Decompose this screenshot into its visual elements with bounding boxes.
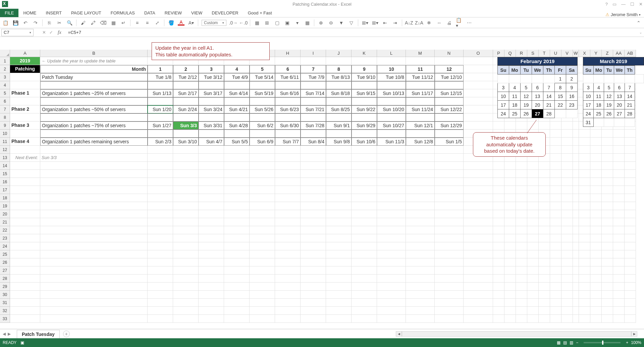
cell[interactable] xyxy=(275,186,301,194)
cell[interactable] xyxy=(275,299,301,307)
cell[interactable] xyxy=(527,194,539,202)
cell[interactable] xyxy=(464,65,493,73)
cell[interactable] xyxy=(625,250,636,258)
cell[interactable] xyxy=(10,266,40,275)
cell[interactable] xyxy=(301,242,326,250)
row-header-28[interactable]: 28 xyxy=(0,275,10,283)
tab-file[interactable]: FILE xyxy=(0,9,18,17)
cell[interactable] xyxy=(301,258,326,266)
cell[interactable] xyxy=(625,178,636,186)
cell[interactable]: Sun 1/27 xyxy=(148,121,173,130)
cell[interactable] xyxy=(406,258,435,266)
cell[interactable] xyxy=(301,170,326,178)
cell[interactable] xyxy=(435,170,464,178)
cell[interactable] xyxy=(199,210,224,218)
cell[interactable] xyxy=(326,307,352,315)
cell[interactable] xyxy=(10,307,40,315)
cell[interactable] xyxy=(406,291,435,299)
cell[interactable] xyxy=(493,234,504,242)
cell[interactable] xyxy=(435,146,464,154)
cell[interactable] xyxy=(352,81,377,89)
undo-icon[interactable]: ↶ xyxy=(22,19,29,26)
cell[interactable] xyxy=(250,266,275,275)
cell[interactable] xyxy=(326,194,352,202)
cell[interactable] xyxy=(625,194,636,202)
row-header-14[interactable]: 14 xyxy=(0,162,10,170)
cell[interactable] xyxy=(224,275,250,283)
cell[interactable] xyxy=(527,250,539,258)
cell[interactable] xyxy=(435,81,464,89)
border-outside-icon[interactable]: ▣ xyxy=(284,19,290,26)
cell[interactable] xyxy=(561,258,573,266)
cell[interactable] xyxy=(561,210,573,218)
cell[interactable] xyxy=(464,97,493,105)
cell[interactable] xyxy=(435,299,464,307)
cell[interactable] xyxy=(224,97,250,105)
cell[interactable] xyxy=(435,226,464,234)
cell[interactable] xyxy=(464,299,493,307)
cell[interactable] xyxy=(40,307,148,315)
cell[interactable]: ← Update the year to update the table xyxy=(40,57,148,65)
cell[interactable] xyxy=(406,210,435,218)
cell[interactable] xyxy=(527,307,539,315)
cell[interactable] xyxy=(613,250,625,258)
cell[interactable]: Tue 3/12 xyxy=(199,73,224,81)
eraser-icon[interactable]: ⌫ xyxy=(100,19,107,26)
cell[interactable] xyxy=(590,275,602,283)
cell[interactable] xyxy=(250,113,275,121)
cell[interactable] xyxy=(579,130,590,138)
cell[interactable] xyxy=(326,291,352,299)
cell[interactable] xyxy=(435,283,464,291)
cell[interactable] xyxy=(40,178,148,186)
cell[interactable]: Patching xyxy=(10,65,40,73)
cell[interactable] xyxy=(516,258,527,266)
cell[interactable] xyxy=(579,162,590,170)
cell[interactable] xyxy=(326,97,352,105)
cell[interactable] xyxy=(326,218,352,226)
cell[interactable] xyxy=(493,250,504,258)
cell[interactable] xyxy=(40,170,148,178)
cell[interactable] xyxy=(561,291,573,299)
cell[interactable]: Sun 9/15 xyxy=(352,89,377,97)
border-none-icon[interactable]: ▢ xyxy=(274,19,280,26)
tab-page-layout[interactable]: PAGE LAYOUT xyxy=(66,9,106,17)
cell[interactable] xyxy=(406,299,435,307)
cell[interactable]: 6 xyxy=(275,65,301,73)
cell[interactable] xyxy=(377,154,406,162)
cell[interactable] xyxy=(301,81,326,89)
cell[interactable] xyxy=(550,138,561,146)
cell[interactable] xyxy=(625,138,636,146)
cell[interactable] xyxy=(464,178,493,186)
cell[interactable] xyxy=(224,266,250,275)
cell[interactable] xyxy=(301,186,326,194)
cell[interactable] xyxy=(590,194,602,202)
row-header-8[interactable]: 8 xyxy=(0,113,10,121)
cell[interactable] xyxy=(590,170,602,178)
cell[interactable] xyxy=(613,283,625,291)
cell[interactable] xyxy=(173,291,199,299)
cell[interactable] xyxy=(613,218,625,226)
cell[interactable] xyxy=(561,202,573,210)
cell[interactable] xyxy=(326,81,352,89)
cell[interactable] xyxy=(561,186,573,194)
enter-formula-icon[interactable]: ✓ xyxy=(49,30,53,35)
cell[interactable] xyxy=(173,226,199,234)
cell[interactable] xyxy=(602,154,613,162)
cell[interactable] xyxy=(435,162,464,170)
close-icon[interactable]: ✕ xyxy=(639,2,643,7)
cell[interactable] xyxy=(148,266,173,275)
cell[interactable] xyxy=(504,210,516,218)
cell[interactable] xyxy=(464,315,493,323)
cell[interactable] xyxy=(406,226,435,234)
cell[interactable] xyxy=(613,178,625,186)
cell[interactable] xyxy=(148,113,173,121)
cell[interactable] xyxy=(613,234,625,242)
cell[interactable] xyxy=(504,250,516,258)
cell[interactable] xyxy=(40,299,148,307)
font-color-icon[interactable]: A xyxy=(178,20,184,26)
cell[interactable] xyxy=(406,275,435,283)
cell[interactable] xyxy=(173,186,199,194)
row-header-29[interactable]: 29 xyxy=(0,283,10,291)
cell[interactable] xyxy=(602,291,613,299)
horizontal-scrollbar[interactable]: ◀ ▶ xyxy=(396,331,637,337)
